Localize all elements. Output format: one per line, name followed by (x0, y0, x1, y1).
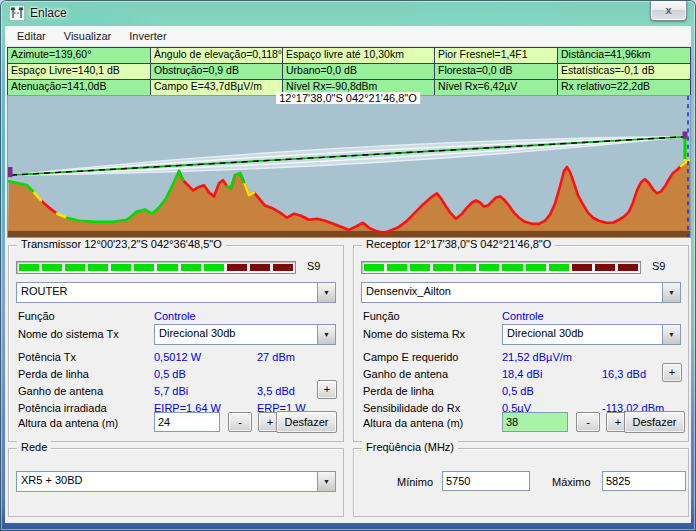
frequency-group-title: Freqüência (MHz) (362, 441, 458, 453)
tx-system-combobox[interactable]: Direcional 30db ▼ (154, 324, 336, 345)
rx-system-value: Direcional 30db (503, 325, 662, 344)
smeter-segment (364, 264, 384, 271)
rx-system-combobox[interactable]: Direcional 30db ▼ (502, 324, 681, 345)
info-cell: Atenuação=141,0dB (8, 80, 150, 95)
info-cell: Espaço livre até 10,30km (283, 48, 434, 63)
tx-lineloss-value: 0,5 dB (154, 368, 186, 380)
tx-unit-value: ROUTER (17, 283, 317, 302)
menu-bar: EditarVisualizarInverter (5, 26, 691, 47)
receiver-group-title: Receptor 12°17'38,0"S 042°21'46,8"O (362, 238, 555, 250)
receiver-group: Receptor 12°17'38,0"S 042°21'46,8"O S9 D… (353, 245, 689, 442)
tx-system-label: Nome do sistema Tx (18, 328, 119, 340)
info-cell: Distância=41,96km (558, 48, 690, 63)
smeter-segment (387, 264, 407, 271)
tx-power-label: Potência Tx (18, 351, 76, 363)
info-cell: Ângulo de elevação=0,118° (151, 48, 282, 63)
rx-antennaheight-label: Altura da antena (m) (363, 417, 463, 429)
profile-svg (8, 96, 690, 237)
smeter-segment (65, 264, 85, 271)
chevron-down-icon[interactable]: ▼ (317, 283, 335, 302)
title-bar[interactable]: Enlace x (0, 0, 696, 26)
transmitter-group-title: Transmissor 12°00'23,2"S 042°36'48,5"O (17, 238, 226, 250)
menu-editar[interactable]: Editar (8, 27, 55, 45)
cursor-coordinates-label: 12°17'38,0"S 042°21'46,8"O (276, 92, 420, 104)
smeter-segment (502, 264, 522, 271)
tx-unit-combobox[interactable]: ROUTER ▼ (16, 282, 336, 303)
tx-antenna-plus-button[interactable]: + (317, 380, 337, 399)
rx-antennagain-label: Ganho de antena (363, 368, 448, 380)
chevron-down-icon[interactable]: ▼ (317, 325, 335, 344)
info-cell: Campo E=43,7dBµV/m (151, 80, 282, 95)
profile-chart[interactable] (7, 95, 691, 238)
rx-height-minus-button[interactable]: - (576, 412, 600, 432)
rx-sensitivity-label: Sensibilidade do Rx (363, 402, 460, 414)
smeter-segment (549, 264, 569, 271)
smeter-segment (456, 264, 476, 271)
rx-antenna-plus-button[interactable]: + (662, 363, 682, 382)
info-cell: Espaço Livre=140,1 dB (8, 64, 150, 79)
network-value: XR5 + 30BD (17, 472, 317, 491)
transmitter-group: Transmissor 12°00'23,2"S 042°36'48,5"O S… (8, 245, 344, 442)
rx-lineloss-value: 0,5 dB (502, 385, 534, 397)
info-cell: Azimute=139,60° (8, 48, 150, 63)
smeter-segment (19, 264, 39, 271)
tx-power-dbm: 27 dBm (257, 351, 295, 363)
rx-antennagain-dbd: 16,3 dBd (602, 368, 646, 380)
network-combobox[interactable]: XR5 + 30BD ▼ (16, 471, 336, 492)
rx-antennaheight-input[interactable] (502, 412, 568, 432)
info-cell: Floresta=0,0 dB (435, 64, 557, 79)
frequency-group: Freqüência (MHz) Mínimo Máximo (353, 448, 689, 517)
rx-unit-combobox[interactable]: Densenvix_Ailton ▼ (361, 282, 681, 303)
info-cell: Urbano=0,0 dB (283, 64, 434, 79)
window-title: Enlace (30, 6, 67, 20)
chevron-down-icon[interactable]: ▼ (317, 472, 335, 491)
tx-power-watts: 0,5012 W (154, 351, 201, 363)
network-group: Rede XR5 + 30BD ▼ (8, 448, 344, 517)
rx-system-label: Nome do sistema Rx (363, 328, 465, 340)
frequency-max-input[interactable] (602, 471, 686, 491)
smeter-segment (273, 264, 293, 271)
smeter-segment (88, 264, 108, 271)
tx-antennaheight-input[interactable] (154, 412, 220, 432)
smeter-segment (181, 264, 201, 271)
menu-visualizar[interactable]: Visualizar (55, 27, 121, 45)
tx-antennaheight-label: Altura da antena (m) (18, 417, 118, 429)
chevron-down-icon[interactable]: ▼ (662, 283, 680, 302)
rx-role-value: Controle (502, 310, 544, 322)
rx-unit-value: Densenvix_Ailton (362, 283, 662, 302)
info-grid: Azimute=139,60°Ângulo de elevação=0,118°… (7, 47, 691, 96)
info-cell: Nível Rx=6,42µV (435, 80, 557, 95)
smeter-segment (526, 264, 546, 271)
close-button[interactable]: x (650, 1, 687, 21)
rx-role-label: Função (363, 310, 400, 322)
tx-undo-button[interactable]: Desfazer (276, 411, 337, 433)
app-icon (9, 5, 25, 21)
smeter-segment (433, 264, 453, 271)
tx-role-label: Função (18, 310, 55, 322)
rx-antenna-mark (683, 132, 688, 139)
rx-lineloss-label: Perda de linha (363, 385, 434, 397)
tx-lineloss-label: Perda de linha (18, 368, 89, 380)
smeter-segment (595, 264, 615, 271)
smeter-segment (227, 264, 247, 271)
client-area: EditarVisualizarInverter Azimute=139,60°… (5, 26, 691, 523)
smeter-segment (134, 264, 154, 271)
chevron-down-icon[interactable]: ▼ (662, 325, 680, 344)
frequency-min-input[interactable] (442, 471, 530, 491)
smeter-value: S9 (652, 260, 665, 272)
link-window: Enlace x EditarVisualizarInverter Azimut… (0, 0, 696, 531)
tx-height-minus-button[interactable]: - (228, 412, 252, 432)
rx-undo-button[interactable]: Desfazer (624, 411, 685, 433)
smeter-segment (111, 264, 131, 271)
rx-efield-label: Campo E requerido (363, 351, 458, 363)
tx-antennagain-dbd: 3,5 dBd (257, 385, 295, 397)
smeter-bar (16, 261, 296, 274)
menu-inverter[interactable]: Inverter (120, 27, 175, 45)
terrain-base-strip (8, 231, 690, 237)
smeter-segment (204, 264, 224, 271)
smeter-segment (572, 264, 592, 271)
info-cell: Pior Fresnel=1,4F1 (435, 48, 557, 63)
tx-antenna-mark (8, 167, 13, 177)
tx-radiated-label: Potência irradiada (18, 402, 107, 414)
network-group-title: Rede (17, 441, 51, 453)
